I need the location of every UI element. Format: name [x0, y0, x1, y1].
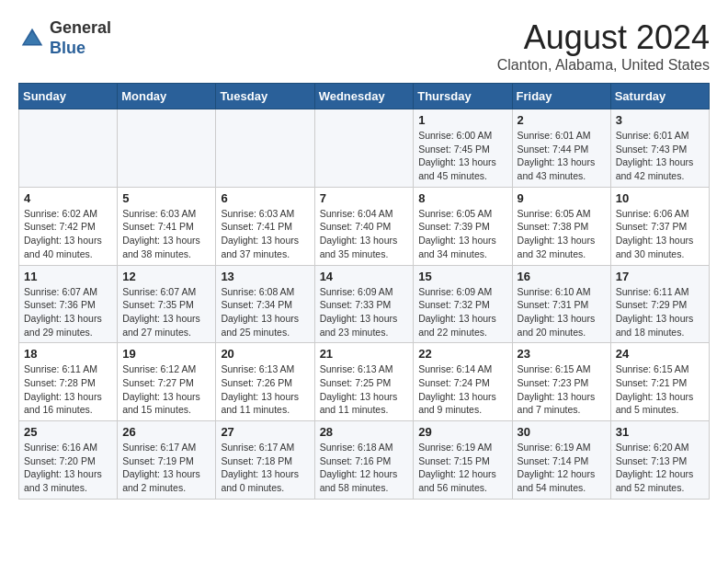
calendar-cell: 9Sunrise: 6:05 AMSunset: 7:38 PMDaylight…: [512, 187, 610, 265]
calendar-cell: 6Sunrise: 6:03 AMSunset: 7:41 PMDaylight…: [216, 187, 314, 265]
calendar-cell: 28Sunrise: 6:18 AMSunset: 7:16 PMDayligh…: [314, 421, 414, 500]
calendar-cell: 18Sunrise: 6:11 AMSunset: 7:28 PMDayligh…: [19, 343, 118, 421]
calendar-cell: 11Sunrise: 6:07 AMSunset: 7:36 PMDayligh…: [19, 265, 118, 343]
weekday-header: Monday: [118, 84, 216, 109]
calendar-week-row: 4Sunrise: 6:02 AMSunset: 7:42 PMDaylight…: [19, 187, 710, 265]
calendar-cell: 22Sunrise: 6:14 AMSunset: 7:24 PMDayligh…: [414, 343, 512, 421]
day-number: 27: [221, 425, 309, 439]
day-number: 31: [616, 425, 704, 439]
day-number: 22: [418, 347, 506, 361]
day-number: 17: [616, 270, 704, 283]
day-number: 16: [518, 270, 606, 283]
day-info: Sunrise: 6:18 AMSunset: 7:16 PMDaylight:…: [320, 441, 409, 495]
day-number: 9: [518, 191, 606, 205]
calendar-cell: [216, 109, 314, 188]
day-info: Sunrise: 6:07 AMSunset: 7:36 PMDaylight:…: [24, 285, 112, 339]
day-number: 4: [24, 191, 112, 205]
calendar-week-row: 18Sunrise: 6:11 AMSunset: 7:28 PMDayligh…: [19, 343, 710, 421]
day-number: 12: [122, 270, 210, 283]
day-info: Sunrise: 6:09 AMSunset: 7:32 PMDaylight:…: [418, 285, 506, 339]
calendar-cell: 10Sunrise: 6:06 AMSunset: 7:37 PMDayligh…: [610, 187, 709, 265]
logo: General Blue: [18, 18, 111, 58]
weekday-header: Wednesday: [314, 84, 414, 109]
calendar-cell: 12Sunrise: 6:07 AMSunset: 7:35 PMDayligh…: [118, 265, 216, 343]
weekday-header: Tuesday: [216, 84, 314, 109]
calendar-cell: 16Sunrise: 6:10 AMSunset: 7:31 PMDayligh…: [512, 265, 610, 343]
day-info: Sunrise: 6:03 AMSunset: 7:41 PMDaylight:…: [122, 207, 210, 261]
location-text: Clanton, Alabama, United States: [497, 57, 710, 74]
calendar-week-row: 11Sunrise: 6:07 AMSunset: 7:36 PMDayligh…: [19, 265, 710, 343]
day-info: Sunrise: 6:14 AMSunset: 7:24 PMDaylight:…: [418, 362, 506, 417]
day-number: 7: [320, 191, 409, 205]
calendar-cell: 25Sunrise: 6:16 AMSunset: 7:20 PMDayligh…: [19, 421, 118, 500]
day-info: Sunrise: 6:04 AMSunset: 7:40 PMDaylight:…: [320, 207, 409, 261]
day-number: 29: [418, 425, 506, 439]
day-number: 15: [418, 270, 506, 283]
day-info: Sunrise: 6:11 AMSunset: 7:28 PMDaylight:…: [24, 362, 112, 417]
day-number: 14: [320, 270, 409, 283]
day-number: 18: [24, 347, 112, 361]
calendar-cell: 14Sunrise: 6:09 AMSunset: 7:33 PMDayligh…: [314, 265, 414, 343]
weekday-header: Saturday: [610, 84, 709, 109]
day-info: Sunrise: 6:15 AMSunset: 7:23 PMDaylight:…: [518, 362, 606, 417]
day-number: 1: [418, 113, 506, 127]
calendar-week-row: 1Sunrise: 6:00 AMSunset: 7:45 PMDaylight…: [19, 109, 710, 188]
day-number: 25: [24, 425, 112, 439]
day-number: 26: [122, 425, 210, 439]
day-info: Sunrise: 6:19 AMSunset: 7:15 PMDaylight:…: [418, 441, 506, 495]
day-info: Sunrise: 6:17 AMSunset: 7:18 PMDaylight:…: [221, 441, 309, 495]
day-number: 19: [122, 347, 210, 361]
day-number: 20: [221, 347, 309, 361]
page-header: General Blue August 2024 Clanton, Alabam…: [18, 18, 710, 74]
calendar-cell: 20Sunrise: 6:13 AMSunset: 7:26 PMDayligh…: [216, 343, 314, 421]
day-number: 2: [518, 113, 606, 127]
day-info: Sunrise: 6:13 AMSunset: 7:25 PMDaylight:…: [320, 362, 409, 417]
day-number: 21: [320, 347, 409, 361]
day-number: 8: [418, 191, 506, 205]
calendar-cell: 31Sunrise: 6:20 AMSunset: 7:13 PMDayligh…: [610, 421, 709, 500]
weekday-header-row: SundayMondayTuesdayWednesdayThursdayFrid…: [19, 84, 710, 109]
day-info: Sunrise: 6:09 AMSunset: 7:33 PMDaylight:…: [320, 285, 409, 339]
day-info: Sunrise: 6:08 AMSunset: 7:34 PMDaylight:…: [221, 285, 309, 339]
day-info: Sunrise: 6:06 AMSunset: 7:37 PMDaylight:…: [616, 207, 704, 261]
calendar-cell: 1Sunrise: 6:00 AMSunset: 7:45 PMDaylight…: [414, 109, 512, 188]
day-number: 3: [616, 113, 704, 127]
title-block: August 2024 Clanton, Alabama, United Sta…: [497, 18, 710, 74]
calendar-cell: 19Sunrise: 6:12 AMSunset: 7:27 PMDayligh…: [118, 343, 216, 421]
weekday-header: Sunday: [19, 84, 118, 109]
day-info: Sunrise: 6:07 AMSunset: 7:35 PMDaylight:…: [122, 285, 210, 339]
day-info: Sunrise: 6:01 AMSunset: 7:43 PMDaylight:…: [616, 129, 704, 183]
day-info: Sunrise: 6:00 AMSunset: 7:45 PMDaylight:…: [418, 129, 506, 183]
calendar-cell: [118, 109, 216, 188]
day-info: Sunrise: 6:11 AMSunset: 7:29 PMDaylight:…: [616, 285, 704, 339]
day-info: Sunrise: 6:16 AMSunset: 7:20 PMDaylight:…: [24, 441, 112, 495]
day-info: Sunrise: 6:13 AMSunset: 7:26 PMDaylight:…: [221, 362, 309, 417]
day-number: 6: [221, 191, 309, 205]
calendar-cell: 30Sunrise: 6:19 AMSunset: 7:14 PMDayligh…: [512, 421, 610, 500]
day-info: Sunrise: 6:17 AMSunset: 7:19 PMDaylight:…: [122, 441, 210, 495]
calendar-cell: 27Sunrise: 6:17 AMSunset: 7:18 PMDayligh…: [216, 421, 314, 500]
calendar-table: SundayMondayTuesdayWednesdayThursdayFrid…: [18, 83, 710, 500]
day-info: Sunrise: 6:10 AMSunset: 7:31 PMDaylight:…: [518, 285, 606, 339]
day-number: 23: [518, 347, 606, 361]
day-info: Sunrise: 6:01 AMSunset: 7:44 PMDaylight:…: [518, 129, 606, 183]
calendar-cell: [314, 109, 414, 188]
calendar-cell: 3Sunrise: 6:01 AMSunset: 7:43 PMDaylight…: [610, 109, 709, 188]
calendar-cell: 4Sunrise: 6:02 AMSunset: 7:42 PMDaylight…: [19, 187, 118, 265]
day-info: Sunrise: 6:15 AMSunset: 7:21 PMDaylight:…: [616, 362, 704, 417]
day-number: 24: [616, 347, 704, 361]
calendar-cell: 15Sunrise: 6:09 AMSunset: 7:32 PMDayligh…: [414, 265, 512, 343]
day-number: 11: [24, 270, 112, 283]
logo-text: General Blue: [50, 18, 111, 58]
day-number: 30: [518, 425, 606, 439]
calendar-cell: 2Sunrise: 6:01 AMSunset: 7:44 PMDaylight…: [512, 109, 610, 188]
calendar-cell: [19, 109, 118, 188]
calendar-cell: 5Sunrise: 6:03 AMSunset: 7:41 PMDaylight…: [118, 187, 216, 265]
calendar-cell: 7Sunrise: 6:04 AMSunset: 7:40 PMDaylight…: [314, 187, 414, 265]
logo-icon: [18, 25, 46, 52]
calendar-cell: 23Sunrise: 6:15 AMSunset: 7:23 PMDayligh…: [512, 343, 610, 421]
day-info: Sunrise: 6:12 AMSunset: 7:27 PMDaylight:…: [122, 362, 210, 417]
day-info: Sunrise: 6:05 AMSunset: 7:38 PMDaylight:…: [518, 207, 606, 261]
calendar-cell: 29Sunrise: 6:19 AMSunset: 7:15 PMDayligh…: [414, 421, 512, 500]
day-number: 13: [221, 270, 309, 283]
